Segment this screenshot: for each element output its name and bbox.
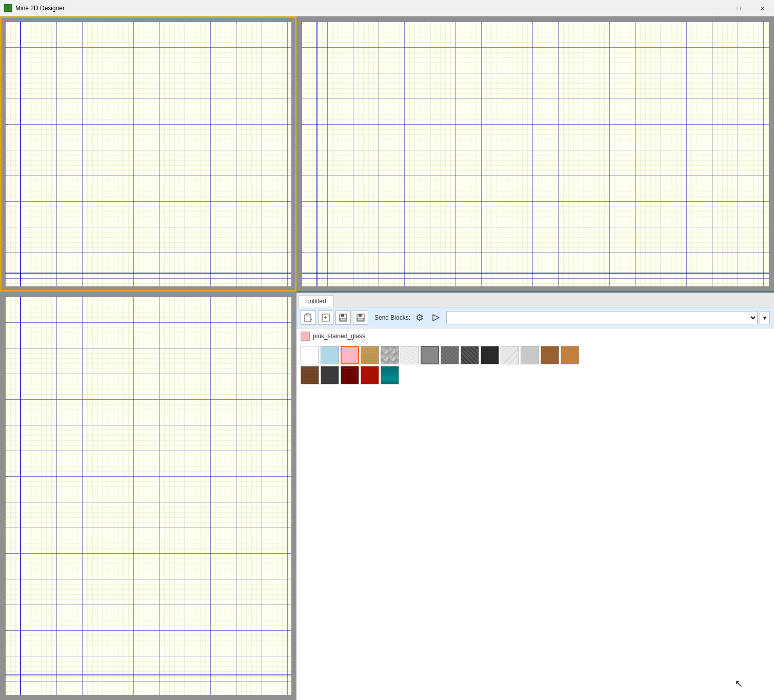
block-spruce[interactable] — [301, 366, 319, 384]
save-as-button[interactable]: * — [353, 310, 368, 325]
svg-rect-15 — [305, 315, 311, 322]
grid-canvas-top-right[interactable] — [302, 22, 769, 286]
blocks-dropdown[interactable] — [446, 311, 758, 324]
svg-rect-23 — [341, 314, 344, 317]
block-palette-grid — [296, 344, 774, 386]
block-row-2 — [301, 366, 770, 384]
block-pink[interactable] — [341, 346, 359, 364]
svg-rect-16 — [306, 314, 309, 315]
tab-untitled[interactable]: untitled — [299, 295, 334, 307]
gear-button[interactable]: ⚙ — [412, 310, 427, 325]
block-teal[interactable] — [381, 366, 399, 384]
selected-block-row: pink_stained_glass — [296, 328, 774, 344]
save-icon — [339, 313, 348, 322]
grid-panel-top-left[interactable] — [0, 16, 296, 291]
svg-marker-29 — [433, 315, 439, 321]
titlebar: Mine 2D Designer — □ ✕ — [0, 0, 774, 16]
maximize-button[interactable]: □ — [727, 0, 750, 16]
block-smooth-stone[interactable] — [421, 346, 439, 364]
grid-canvas-bottom-left[interactable] — [5, 297, 291, 695]
app-title: Mine 2D Designer — [15, 5, 65, 12]
new-blank-icon — [321, 313, 330, 322]
selected-block-preview — [301, 332, 310, 341]
save-as-icon: * — [356, 313, 365, 322]
block-dark-stone[interactable] — [461, 346, 479, 364]
block-oak-planks[interactable] — [361, 346, 379, 364]
svg-text:*: * — [362, 315, 363, 318]
block-red-dark[interactable] — [341, 366, 359, 384]
block-row-1 — [301, 346, 770, 364]
svg-rect-24 — [340, 318, 346, 321]
block-diorite[interactable] — [401, 346, 419, 364]
block-empty[interactable] — [301, 346, 319, 364]
palette-toolbar: * Send Blocks: ⚙ ▼ — [296, 307, 774, 328]
block-brown2[interactable] — [561, 346, 579, 364]
block-light-gray[interactable] — [521, 346, 539, 364]
expand-button[interactable]: ▼ — [760, 311, 770, 324]
svg-rect-27 — [358, 318, 364, 321]
cursor-indicator: ↖ — [735, 677, 743, 690]
clipboard-new-icon — [304, 313, 313, 322]
save-button[interactable] — [335, 310, 351, 325]
selected-block-name: pink_stained_glass — [313, 333, 365, 340]
block-red-concrete[interactable] — [361, 366, 379, 384]
svg-rect-12 — [5, 297, 291, 695]
block-dark-gray[interactable] — [321, 366, 339, 384]
block-white-marble[interactable] — [501, 346, 519, 364]
new-blank-button[interactable] — [318, 310, 333, 325]
send-icon — [431, 313, 441, 322]
block-stone[interactable] — [441, 346, 459, 364]
block-gravel[interactable] — [381, 346, 399, 364]
app-icon — [4, 4, 12, 12]
block-coal[interactable] — [481, 346, 499, 364]
main-container: untitled — [0, 16, 774, 700]
block-light-blue[interactable] — [321, 346, 339, 364]
window-controls: — □ ✕ — [703, 0, 774, 16]
send-button[interactable] — [429, 310, 443, 325]
minimize-button[interactable]: — — [703, 0, 727, 16]
grid-canvas-top-left[interactable] — [5, 22, 291, 286]
close-button[interactable]: ✕ — [750, 0, 774, 16]
new-from-clipboard-button[interactable] — [301, 310, 316, 325]
chevron-down-icon: ▼ — [762, 315, 767, 321]
palette-panel: untitled — [296, 291, 774, 700]
grid-svg-top-right — [302, 22, 769, 286]
grid-panel-top-right[interactable] — [296, 16, 774, 291]
grid-svg-top-left — [5, 22, 291, 286]
block-brown1[interactable] — [541, 346, 559, 364]
palette-empty-area: ↖ — [296, 386, 774, 700]
grid-panel-bottom-left[interactable] — [0, 291, 296, 700]
svg-rect-2 — [7, 7, 9, 9]
gear-icon: ⚙ — [415, 312, 424, 323]
svg-rect-4 — [5, 22, 291, 286]
svg-rect-8 — [302, 22, 769, 286]
grid-svg-bottom-left — [5, 297, 291, 695]
tabs-bar: untitled — [296, 293, 774, 307]
send-blocks-label: Send Blocks: — [374, 314, 410, 321]
